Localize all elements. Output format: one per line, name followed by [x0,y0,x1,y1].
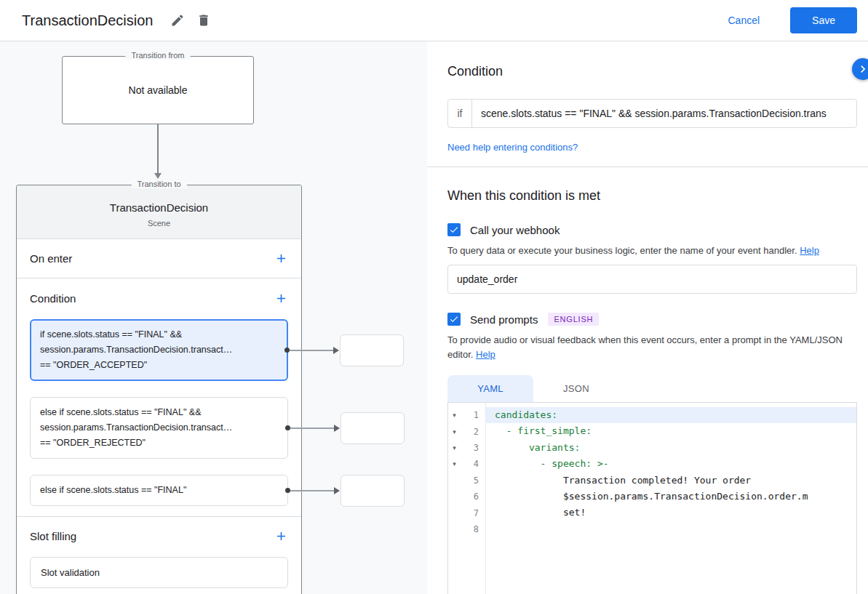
connector-dot[interactable] [285,425,290,430]
line-number: 8 [461,524,485,534]
on-enter-label: On enter [30,252,72,265]
if-label: if [448,100,472,127]
connector-line [290,350,335,351]
slot-filling-label: Slot filling [30,530,76,542]
panel-title: Condition [447,41,857,79]
add-on-enter-button[interactable] [274,252,288,265]
webhook-checkbox-label: Call your webhook [470,224,560,236]
code-line[interactable]: Transaction completed! Your order [486,473,856,489]
scene-flow-canvas[interactable]: Transition from Not available Transition… [0,41,427,594]
add-condition-button[interactable] [274,292,288,305]
tab-json[interactable]: JSON [533,375,619,402]
edit-title-button[interactable] [164,9,191,32]
transition-from-box: Transition from Not available [62,56,254,124]
cancel-button[interactable]: Cancel [723,9,764,32]
condition-line: session.params.TransactionDecision.trans… [40,342,278,358]
transition-from-value: Not available [129,84,188,96]
transition-to-box: Transition to TransactionDecision Scene … [16,185,302,594]
connector-arrow-icon [333,347,339,354]
checkmark-icon [449,225,459,235]
on-enter-row: On enter [17,239,301,278]
condition-expression-input[interactable] [472,100,856,127]
scene-title: TransactionDecision [17,201,301,214]
slot-filling-row: Slot filling [17,516,301,555]
condition-card-final[interactable]: else if scene.slots.status == "FINAL" [30,475,288,506]
chevron-right-icon [856,62,868,76]
line-number: 4 [461,459,485,469]
webhook-description: To query data or execute your business l… [447,244,857,258]
code-line[interactable]: set! [486,505,856,521]
prompts-description-text: To provide audio or visual feedback when… [447,334,843,360]
condition-line: else if scene.slots.status == "FINAL" [40,483,278,498]
condition-card-rejected[interactable]: else if scene.slots.status == "FINAL" &&… [30,397,288,459]
transition-target-box[interactable] [341,475,405,507]
connector-dot[interactable] [284,348,290,353]
add-slot-button[interactable] [274,529,288,543]
prompts-checkbox-label: Send prompts [470,313,538,326]
line-number: 6 [461,491,485,502]
save-button[interactable]: Save [790,7,857,33]
fold-arrow-icon[interactable]: ▾ [448,460,461,467]
code-line[interactable] [486,521,856,537]
code-line[interactable]: candidates: [486,407,856,423]
prompts-checkbox[interactable] [447,313,461,326]
condition-expression-row: if [447,99,857,128]
code-line[interactable]: - speech: >- [486,456,856,472]
editor-code-area[interactable]: candidates: - first_simple: variants: - … [486,403,856,594]
code-line[interactable]: $session.params.TransactionDecision.orde… [486,489,856,505]
prompts-help-link[interactable]: Help [476,349,495,360]
webhook-check-row: Call your webhook [447,223,857,236]
connector-arrow-icon [334,425,340,432]
code-line[interactable]: - first_simple: [486,423,856,439]
webhook-help-link[interactable]: Help [800,245,819,256]
prompts-check-row: Send prompts ENGLISH [447,313,857,326]
condition-line: == "ORDER_ACCEPTED" [40,358,278,373]
code-line[interactable]: variants: [486,440,856,456]
fold-arrow-icon[interactable]: ▾ [448,412,461,419]
slot-validation-card[interactable]: Slot validation [30,557,288,588]
fold-arrow-icon[interactable]: ▾ [448,428,461,436]
connector-arrow-icon [334,487,340,494]
trash-icon [196,13,211,28]
connector-dot[interactable] [285,488,290,493]
language-badge: ENGLISH [548,313,599,326]
delete-scene-button[interactable] [191,9,217,32]
transition-from-legend: Transition from [126,51,191,60]
top-header: TransactionDecision Cancel Save [0,0,868,41]
collapse-panel-button[interactable] [852,58,868,80]
tab-yaml[interactable]: YAML [447,375,533,402]
condition-line: == "ORDER_REJECTED" [40,436,278,451]
connector-line [290,490,335,491]
yaml-code-editor[interactable]: ▾1 ▾2 ▾3 ▾4 5 6 7 8 candidates: - first_… [447,402,857,594]
condition-section-label: Condition [30,292,76,305]
condition-line: else if scene.slots.status == "FINAL" && [40,405,278,420]
checkmark-icon [449,314,459,324]
flow-down-arrow-icon [157,124,159,174]
condition-card-accepted[interactable]: if scene.slots.status == "FINAL" && sess… [30,319,288,381]
condition-line: session.params.TransactionDecision.trans… [40,420,278,436]
fold-arrow-icon[interactable]: ▾ [448,444,461,451]
line-number: 5 [461,475,485,486]
line-number: 1 [461,410,485,420]
conditions-help-link[interactable]: Need help entering conditions? [447,142,578,153]
scene-subtitle: Scene [17,219,301,228]
page-title: TransactionDecision [22,12,153,29]
webhook-checkbox[interactable] [447,223,461,236]
transition-target-box[interactable] [341,412,405,444]
prompts-description: To provide audio or visual feedback when… [447,333,857,362]
webhook-description-text: To query data or execute your business l… [447,245,797,256]
webhook-handler-input[interactable] [447,265,857,294]
transition-target-box[interactable] [340,334,404,366]
condition-editor-panel: Condition if Need help entering conditio… [427,41,868,594]
scene-header[interactable]: TransactionDecision Scene [17,185,301,239]
condition-line: if scene.slots.status == "FINAL" && [40,327,278,342]
pencil-icon [170,13,185,28]
transition-to-legend: Transition to [131,180,186,188]
prompt-editor-tabs: YAML JSON [447,375,857,402]
connector-line [290,428,335,429]
when-condition-met-title: When this condition is met [447,167,857,204]
main-split: Transition from Not available Transition… [0,41,868,594]
line-number: 7 [461,508,485,518]
line-number: 2 [461,427,485,437]
condition-section-row: Condition [17,278,301,318]
